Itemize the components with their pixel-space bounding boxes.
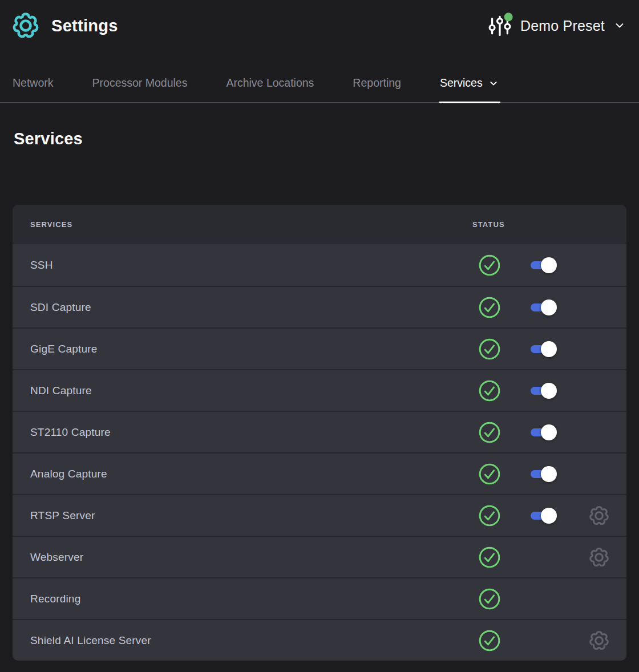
- check-circle-icon: [478, 379, 501, 402]
- tab-label: Network: [13, 76, 54, 90]
- tab-bar: Network Processor Modules Archive Locati…: [0, 71, 639, 103]
- check-circle-icon: [478, 421, 501, 444]
- table-row: ST2110 Capture: [13, 411, 626, 452]
- service-name-label: ST2110 Capture: [30, 426, 111, 439]
- services-table-header: SERVICES STATUS: [13, 205, 626, 244]
- section-title: Services: [14, 129, 639, 148]
- check-circle-icon: [478, 546, 501, 569]
- table-row: Recording: [13, 577, 626, 619]
- services-table-body: SSH SDI Capture GigE Capture: [13, 244, 626, 661]
- service-toggle[interactable]: [531, 466, 557, 482]
- table-row: SSH: [13, 244, 626, 286]
- tab-services[interactable]: Services: [440, 76, 498, 102]
- check-circle-icon: [478, 463, 501, 485]
- service-settings-gear-icon[interactable]: [588, 630, 610, 651]
- table-row: NDI Capture: [13, 369, 626, 411]
- service-name-label: SSH: [30, 259, 53, 272]
- table-row: Analog Capture: [13, 452, 626, 494]
- check-circle-icon: [478, 588, 501, 610]
- service-name-label: Recording: [30, 593, 80, 605]
- table-row: Shield AI License Server: [13, 619, 626, 661]
- check-circle-icon: [478, 296, 501, 319]
- toggle-knob: [541, 341, 557, 357]
- table-row: Webserver: [13, 536, 626, 577]
- app-header: Settings Demo Preset: [0, 0, 639, 43]
- toggle-knob: [541, 257, 557, 273]
- tab-network[interactable]: Network: [13, 76, 54, 102]
- toggle-knob: [541, 508, 557, 524]
- check-circle-icon: [478, 504, 501, 527]
- tab-reporting[interactable]: Reporting: [353, 76, 401, 102]
- service-name-label: Webserver: [30, 551, 83, 564]
- service-name-label: SDI Capture: [30, 301, 91, 314]
- gear-icon: [11, 11, 40, 40]
- toggle-knob: [541, 466, 557, 482]
- table-row: RTSP Server: [13, 494, 626, 536]
- service-name-label: GigE Capture: [30, 343, 98, 355]
- tab-label: Processor Modules: [92, 76, 188, 90]
- table-row: SDI Capture: [13, 286, 626, 327]
- app-header-left: Settings: [11, 11, 118, 40]
- page-title: Settings: [51, 17, 118, 35]
- check-circle-icon: [478, 338, 501, 361]
- service-name-label: RTSP Server: [30, 509, 95, 522]
- check-circle-icon: [478, 254, 501, 277]
- service-toggle[interactable]: [531, 257, 557, 273]
- tab-archive-locations[interactable]: Archive Locations: [226, 76, 314, 102]
- tab-label: Services: [440, 76, 483, 90]
- table-row: GigE Capture: [13, 327, 626, 369]
- service-name-label: NDI Capture: [30, 384, 92, 397]
- tab-processor-modules[interactable]: Processor Modules: [92, 76, 188, 102]
- column-header-status: STATUS: [472, 220, 505, 229]
- toggle-knob: [541, 383, 557, 399]
- toggle-knob: [541, 424, 557, 440]
- services-table: SERVICES STATUS SSH SDI Capture: [13, 205, 626, 661]
- chevron-down-icon: [614, 20, 625, 31]
- service-toggle[interactable]: [531, 424, 557, 440]
- service-toggle[interactable]: [531, 508, 557, 524]
- service-toggle[interactable]: [531, 299, 557, 315]
- sliders-icon: [487, 13, 513, 39]
- service-name-label: Analog Capture: [30, 468, 107, 480]
- column-header-services: SERVICES: [30, 220, 72, 229]
- tab-label: Reporting: [353, 76, 401, 90]
- service-toggle[interactable]: [531, 341, 557, 357]
- service-toggle[interactable]: [531, 383, 557, 399]
- preset-selector[interactable]: Demo Preset: [487, 13, 625, 39]
- service-settings-gear-icon[interactable]: [588, 505, 610, 527]
- green-dot: [504, 13, 513, 21]
- check-circle-icon: [478, 629, 501, 652]
- toggle-knob: [541, 299, 557, 315]
- service-settings-gear-icon[interactable]: [588, 546, 610, 568]
- tab-label: Archive Locations: [226, 76, 314, 90]
- preset-name-label: Demo Preset: [520, 18, 605, 34]
- chevron-down-icon: [489, 79, 498, 88]
- service-name-label: Shield AI License Server: [30, 634, 151, 647]
